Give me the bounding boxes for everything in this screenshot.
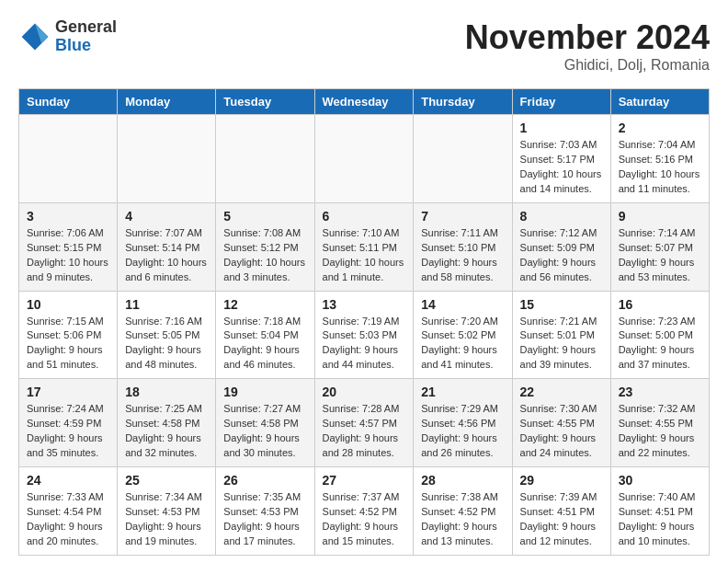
week-row-4: 17Sunrise: 7:24 AM Sunset: 4:59 PM Dayli… — [19, 379, 710, 467]
day-number: 12 — [223, 297, 306, 312]
day-number: 16 — [619, 297, 701, 312]
calendar-cell: 27Sunrise: 7:37 AM Sunset: 4:52 PM Dayli… — [314, 467, 414, 556]
week-row-1: 1Sunrise: 7:03 AM Sunset: 5:17 PM Daylig… — [19, 115, 710, 203]
day-number: 28 — [421, 473, 504, 488]
day-number: 13 — [323, 297, 406, 312]
page-header: General Blue November 2024 Ghidici, Dolj… — [18, 18, 710, 74]
calendar-cell: 13Sunrise: 7:19 AM Sunset: 5:03 PM Dayli… — [314, 291, 414, 379]
day-info: Sunrise: 7:03 AM Sunset: 5:17 PM Dayligh… — [520, 138, 603, 197]
day-info: Sunrise: 7:07 AM Sunset: 5:14 PM Dayligh… — [125, 226, 208, 285]
location: Ghidici, Dolj, Romania — [465, 57, 710, 74]
calendar-cell: 21Sunrise: 7:29 AM Sunset: 4:56 PM Dayli… — [414, 379, 512, 467]
day-info: Sunrise: 7:34 AM Sunset: 4:53 PM Dayligh… — [125, 490, 208, 549]
day-number: 24 — [27, 473, 109, 488]
calendar-cell: 14Sunrise: 7:20 AM Sunset: 5:02 PM Dayli… — [414, 291, 512, 379]
day-number: 19 — [223, 385, 306, 399]
day-info: Sunrise: 7:16 AM Sunset: 5:05 PM Dayligh… — [125, 315, 208, 373]
calendar-cell — [216, 115, 314, 203]
day-info: Sunrise: 7:08 AM Sunset: 5:12 PM Dayligh… — [223, 226, 306, 285]
day-number: 23 — [619, 385, 701, 399]
day-number: 10 — [27, 297, 109, 312]
weekday-header-saturday: Saturday — [610, 89, 709, 115]
logo-icon — [18, 20, 51, 53]
calendar-cell: 1Sunrise: 7:03 AM Sunset: 5:17 PM Daylig… — [512, 115, 610, 203]
week-row-3: 10Sunrise: 7:15 AM Sunset: 5:06 PM Dayli… — [19, 291, 710, 379]
calendar-cell: 4Sunrise: 7:07 AM Sunset: 5:14 PM Daylig… — [118, 202, 216, 291]
calendar-cell: 12Sunrise: 7:18 AM Sunset: 5:04 PM Dayli… — [216, 291, 314, 379]
calendar-cell — [118, 115, 216, 203]
calendar-cell: 24Sunrise: 7:33 AM Sunset: 4:54 PM Dayli… — [19, 467, 118, 556]
calendar-cell — [414, 115, 512, 203]
calendar-cell: 29Sunrise: 7:39 AM Sunset: 4:51 PM Dayli… — [512, 467, 610, 556]
calendar-cell: 6Sunrise: 7:10 AM Sunset: 5:11 PM Daylig… — [314, 202, 414, 291]
calendar-cell: 2Sunrise: 7:04 AM Sunset: 5:16 PM Daylig… — [610, 115, 709, 203]
calendar-cell: 25Sunrise: 7:34 AM Sunset: 4:53 PM Dayli… — [118, 467, 216, 556]
calendar-cell: 17Sunrise: 7:24 AM Sunset: 4:59 PM Dayli… — [19, 379, 118, 467]
day-info: Sunrise: 7:28 AM Sunset: 4:57 PM Dayligh… — [323, 402, 406, 461]
logo: General Blue — [18, 18, 117, 55]
day-info: Sunrise: 7:06 AM Sunset: 5:15 PM Dayligh… — [27, 226, 109, 285]
calendar-cell: 23Sunrise: 7:32 AM Sunset: 4:55 PM Dayli… — [610, 379, 709, 467]
day-info: Sunrise: 7:24 AM Sunset: 4:59 PM Dayligh… — [27, 402, 109, 461]
day-number: 15 — [520, 297, 603, 312]
day-info: Sunrise: 7:23 AM Sunset: 5:00 PM Dayligh… — [619, 315, 701, 373]
calendar-cell: 10Sunrise: 7:15 AM Sunset: 5:06 PM Dayli… — [19, 291, 118, 379]
day-number: 22 — [520, 385, 603, 399]
day-number: 9 — [619, 209, 701, 224]
day-number: 2 — [619, 121, 701, 135]
day-info: Sunrise: 7:14 AM Sunset: 5:07 PM Dayligh… — [619, 226, 701, 285]
day-info: Sunrise: 7:19 AM Sunset: 5:03 PM Dayligh… — [323, 315, 406, 373]
day-number: 27 — [323, 473, 406, 488]
day-info: Sunrise: 7:40 AM Sunset: 4:51 PM Dayligh… — [619, 490, 701, 549]
day-info: Sunrise: 7:10 AM Sunset: 5:11 PM Dayligh… — [323, 226, 406, 285]
day-info: Sunrise: 7:25 AM Sunset: 4:58 PM Dayligh… — [125, 402, 208, 461]
day-info: Sunrise: 7:30 AM Sunset: 4:55 PM Dayligh… — [520, 402, 603, 461]
calendar-cell: 3Sunrise: 7:06 AM Sunset: 5:15 PM Daylig… — [19, 202, 118, 291]
weekday-header-monday: Monday — [118, 89, 216, 115]
calendar-cell: 19Sunrise: 7:27 AM Sunset: 4:58 PM Dayli… — [216, 379, 314, 467]
calendar-cell: 11Sunrise: 7:16 AM Sunset: 5:05 PM Dayli… — [118, 291, 216, 379]
calendar-cell: 30Sunrise: 7:40 AM Sunset: 4:51 PM Dayli… — [610, 467, 709, 556]
day-info: Sunrise: 7:20 AM Sunset: 5:02 PM Dayligh… — [421, 315, 504, 373]
calendar-cell: 9Sunrise: 7:14 AM Sunset: 5:07 PM Daylig… — [610, 202, 709, 291]
day-info: Sunrise: 7:12 AM Sunset: 5:09 PM Dayligh… — [520, 226, 603, 285]
calendar-cell — [19, 115, 118, 203]
day-number: 3 — [27, 209, 109, 224]
calendar-cell: 5Sunrise: 7:08 AM Sunset: 5:12 PM Daylig… — [216, 202, 314, 291]
day-info: Sunrise: 7:27 AM Sunset: 4:58 PM Dayligh… — [223, 402, 306, 461]
weekday-header-thursday: Thursday — [414, 89, 512, 115]
calendar-cell: 15Sunrise: 7:21 AM Sunset: 5:01 PM Dayli… — [512, 291, 610, 379]
day-number: 18 — [125, 385, 208, 399]
day-info: Sunrise: 7:29 AM Sunset: 4:56 PM Dayligh… — [421, 402, 504, 461]
calendar-cell: 28Sunrise: 7:38 AM Sunset: 4:52 PM Dayli… — [414, 467, 512, 556]
day-number: 20 — [323, 385, 406, 399]
calendar-cell: 18Sunrise: 7:25 AM Sunset: 4:58 PM Dayli… — [118, 379, 216, 467]
weekday-header-friday: Friday — [512, 89, 610, 115]
day-number: 14 — [421, 297, 504, 312]
week-row-5: 24Sunrise: 7:33 AM Sunset: 4:54 PM Dayli… — [19, 467, 710, 556]
calendar-cell: 7Sunrise: 7:11 AM Sunset: 5:10 PM Daylig… — [414, 202, 512, 291]
day-number: 7 — [421, 209, 504, 224]
weekday-header-wednesday: Wednesday — [314, 89, 414, 115]
day-info: Sunrise: 7:21 AM Sunset: 5:01 PM Dayligh… — [520, 315, 603, 373]
calendar-table: SundayMondayTuesdayWednesdayThursdayFrid… — [18, 88, 710, 556]
day-number: 21 — [421, 385, 504, 399]
day-number: 6 — [323, 209, 406, 224]
day-number: 1 — [520, 121, 603, 135]
day-info: Sunrise: 7:37 AM Sunset: 4:52 PM Dayligh… — [323, 490, 406, 549]
day-info: Sunrise: 7:38 AM Sunset: 4:52 PM Dayligh… — [421, 490, 504, 549]
day-info: Sunrise: 7:33 AM Sunset: 4:54 PM Dayligh… — [27, 490, 109, 549]
day-number: 26 — [223, 473, 306, 488]
weekday-header-sunday: Sunday — [19, 89, 118, 115]
day-number: 25 — [125, 473, 208, 488]
title-block: November 2024 Ghidici, Dolj, Romania — [465, 18, 710, 74]
day-info: Sunrise: 7:04 AM Sunset: 5:16 PM Dayligh… — [619, 138, 701, 197]
week-row-2: 3Sunrise: 7:06 AM Sunset: 5:15 PM Daylig… — [19, 202, 710, 291]
day-info: Sunrise: 7:18 AM Sunset: 5:04 PM Dayligh… — [223, 315, 306, 373]
day-number: 29 — [520, 473, 603, 488]
calendar-cell: 22Sunrise: 7:30 AM Sunset: 4:55 PM Dayli… — [512, 379, 610, 467]
calendar-cell: 20Sunrise: 7:28 AM Sunset: 4:57 PM Dayli… — [314, 379, 414, 467]
calendar-cell: 26Sunrise: 7:35 AM Sunset: 4:53 PM Dayli… — [216, 467, 314, 556]
day-info: Sunrise: 7:11 AM Sunset: 5:10 PM Dayligh… — [421, 226, 504, 285]
calendar-cell: 16Sunrise: 7:23 AM Sunset: 5:00 PM Dayli… — [610, 291, 709, 379]
